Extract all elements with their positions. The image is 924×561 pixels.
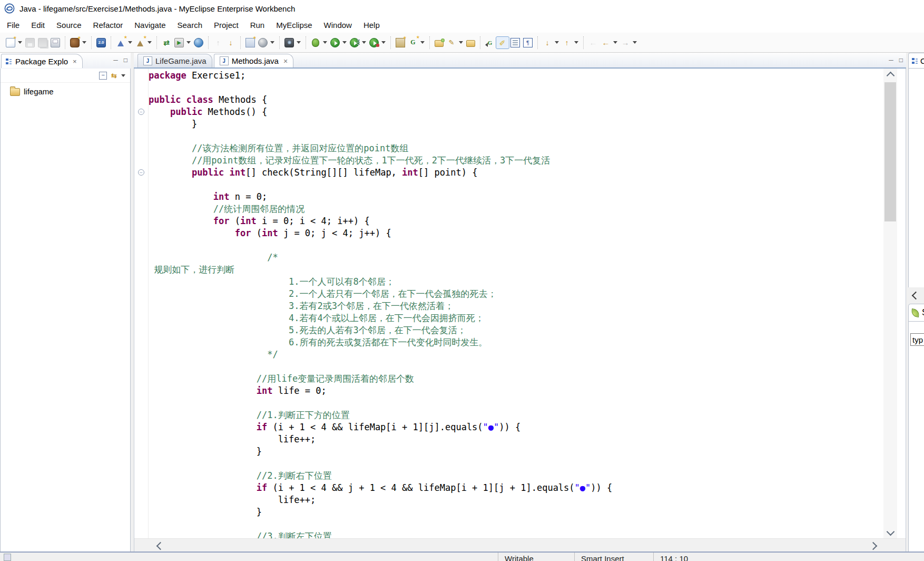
fold-collapse-icon[interactable]: − xyxy=(138,169,144,176)
run-history-button[interactable] xyxy=(348,37,368,49)
new-web-component-button[interactable] xyxy=(394,37,407,49)
maximize-view-button[interactable]: □ xyxy=(124,57,127,63)
profile-button[interactable] xyxy=(368,37,387,49)
dropdown-arrow-icon[interactable] xyxy=(186,41,191,44)
dropdown-arrow-icon[interactable] xyxy=(270,41,274,44)
scroll-down-icon[interactable] xyxy=(887,528,895,536)
toggle-mark-occurrences-button[interactable] xyxy=(496,37,509,49)
menu-navigate[interactable]: Navigate xyxy=(129,18,171,32)
tab-snippets[interactable]: Snippets xyxy=(908,304,924,322)
web-browser-button[interactable] xyxy=(192,37,205,49)
print-button[interactable] xyxy=(49,37,62,49)
code-text[interactable]: package Exercise1; public class Methods … xyxy=(149,70,881,543)
dropdown-arrow-icon[interactable] xyxy=(148,41,152,44)
dropdown-arrow-icon[interactable] xyxy=(555,41,559,44)
show-whitespace-button[interactable] xyxy=(522,37,534,49)
menu-edit[interactable]: Edit xyxy=(25,18,51,32)
menu-source[interactable]: Source xyxy=(51,18,87,32)
vertical-scrollbar[interactable] xyxy=(883,69,897,539)
dropdown-arrow-icon[interactable] xyxy=(574,41,578,44)
save-all-button[interactable] xyxy=(36,37,49,49)
menu-window[interactable]: Window xyxy=(318,18,358,32)
forward-button[interactable] xyxy=(619,37,638,49)
tab-package-explorer[interactable]: Package Explo × xyxy=(1,54,83,68)
remove-deployment-button[interactable] xyxy=(224,37,237,49)
generate-button[interactable] xyxy=(407,37,426,49)
menu-project[interactable]: Project xyxy=(208,18,244,32)
menu-bar: FileEditSourceRefactorNavigateSearchProj… xyxy=(0,17,924,33)
editor-tab-label: Methods.java xyxy=(232,56,279,65)
fold-collapse-icon[interactable]: − xyxy=(138,109,144,115)
link-with-editor-icon[interactable]: ⇆ xyxy=(111,72,117,79)
run-server-button[interactable] xyxy=(173,37,192,49)
tab-methods-java[interactable]: JMethods.java× xyxy=(214,54,293,67)
dropdown-arrow-icon[interactable] xyxy=(420,41,425,44)
dropdown-arrow-icon[interactable] xyxy=(297,41,301,44)
sync-deployment-button[interactable] xyxy=(160,37,173,49)
web-service-button[interactable] xyxy=(257,37,276,49)
show-selected-element-button[interactable] xyxy=(509,37,522,49)
view-menu-icon[interactable] xyxy=(121,74,125,77)
menu-file[interactable]: File xyxy=(1,18,25,32)
scroll-right-icon[interactable] xyxy=(869,542,878,550)
next-annotation-button[interactable] xyxy=(541,37,561,49)
code-editor[interactable]: −− package Exercise1; public class Metho… xyxy=(134,69,906,553)
dropdown-arrow-icon[interactable] xyxy=(342,41,347,44)
package-explorer-tabbar: Package Explo × ─ □ xyxy=(0,53,131,69)
tab-lifegame-java[interactable]: JLifeGame.java xyxy=(137,54,212,67)
previous-annotation-button[interactable] xyxy=(561,37,580,49)
dropdown-arrow-icon[interactable] xyxy=(362,41,366,44)
new-table-button[interactable] xyxy=(244,37,257,49)
new-class-wizard-button[interactable] xyxy=(114,37,134,49)
open-resource-button[interactable] xyxy=(433,37,445,48)
outline-icon xyxy=(911,57,918,64)
minimize-editor-button[interactable]: ─ xyxy=(889,57,893,63)
new-wizard-button[interactable] xyxy=(4,37,24,49)
globe-icon xyxy=(194,38,203,47)
back-button[interactable] xyxy=(599,37,619,49)
snippets-filter-input[interactable]: typ xyxy=(910,333,924,346)
run-list-icon xyxy=(350,38,359,47)
menu-run[interactable]: Run xyxy=(244,18,271,32)
horizontal-scrollbar[interactable] xyxy=(134,538,906,553)
maximize-editor-button[interactable]: □ xyxy=(899,57,903,63)
menu-help[interactable]: Help xyxy=(358,18,386,32)
tree-item-lifegame[interactable]: lifegame xyxy=(1,83,130,96)
code-line: //该方法检测所有位置，并返回对应位置的point数组 xyxy=(149,142,881,154)
brush-icon xyxy=(447,38,456,47)
open-project-folder-button[interactable] xyxy=(465,37,477,48)
dropdown-arrow-icon[interactable] xyxy=(459,41,463,44)
scroll-left-icon[interactable] xyxy=(156,542,165,550)
menu-search[interactable]: Search xyxy=(171,18,208,32)
screen-capture-button[interactable] xyxy=(283,37,302,49)
new-myeclipse-button[interactable] xyxy=(68,37,88,49)
run-button[interactable] xyxy=(329,37,348,49)
close-tab-icon[interactable]: × xyxy=(283,57,288,65)
tab-scroll-left-button[interactable] xyxy=(909,289,921,301)
new-package-wizard-button[interactable] xyxy=(134,37,153,49)
dropdown-arrow-icon[interactable] xyxy=(613,41,617,44)
menu-myeclipse[interactable]: MyEclipse xyxy=(270,18,318,32)
menu-refactor[interactable]: Refactor xyxy=(87,18,129,32)
dropdown-arrow-icon[interactable] xyxy=(633,41,637,44)
dropdown-arrow-icon[interactable] xyxy=(82,41,86,44)
folder-open-icon xyxy=(435,40,444,47)
deploy-up-icon xyxy=(213,38,223,47)
debug-button[interactable] xyxy=(309,37,329,49)
minimize-view-button[interactable]: ─ xyxy=(113,57,118,63)
uml2-editor-button[interactable]: 2.0 xyxy=(95,37,107,49)
last-edit-location-button[interactable] xyxy=(587,37,599,49)
scroll-up-icon[interactable] xyxy=(887,72,895,80)
dropdown-arrow-icon[interactable] xyxy=(323,41,327,44)
search-markers-button[interactable] xyxy=(445,37,465,49)
deploy-project-button[interactable] xyxy=(212,37,224,49)
vertical-scrollbar-thumb[interactable] xyxy=(884,82,896,221)
dropdown-arrow-icon[interactable] xyxy=(381,41,386,44)
close-view-icon[interactable]: × xyxy=(73,57,77,65)
save-button[interactable] xyxy=(24,37,36,49)
tab-outline[interactable]: Outline xyxy=(908,53,924,69)
dropdown-arrow-icon[interactable] xyxy=(18,41,22,44)
toggle-graph-button[interactable] xyxy=(484,37,496,49)
dropdown-arrow-icon[interactable] xyxy=(128,41,132,44)
collapse-all-icon[interactable]: − xyxy=(99,72,107,80)
